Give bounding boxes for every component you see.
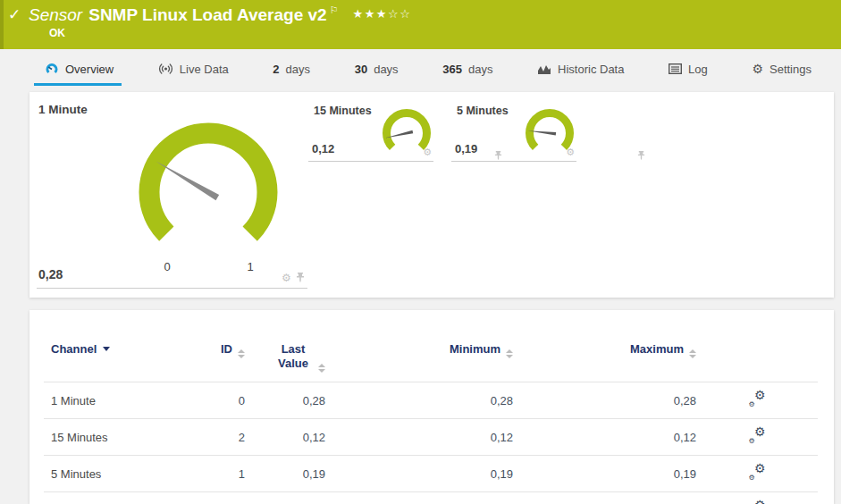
channel-id-cell: 2 bbox=[178, 419, 245, 456]
maximum-cell: 0,19 bbox=[513, 456, 696, 492]
channel-id-cell: 1 bbox=[178, 456, 245, 492]
channels-panel: Channel ID Last Value Minimum Maximum bbox=[29, 310, 834, 504]
gauge-title-15-minutes: 15 Minutes bbox=[314, 105, 372, 117]
gear-icon[interactable]: ⚙ bbox=[566, 147, 575, 157]
column-label: ID bbox=[221, 342, 232, 356]
maximum-cell bbox=[513, 492, 696, 504]
object-kind-label: Sensor bbox=[29, 5, 82, 24]
tab-number: 2 bbox=[273, 63, 279, 76]
last-value-cell: 0,19 bbox=[245, 456, 325, 492]
column-header-minimum[interactable]: Minimum bbox=[325, 337, 513, 382]
tab-settings[interactable]: ⚙ Settings bbox=[749, 49, 814, 88]
sensor-name: SNMP Linux Load Average v2 bbox=[88, 5, 326, 24]
minimum-cell: 0,12 bbox=[325, 419, 513, 456]
table-row: 5 Minutes 1 0,19 0,19 0,19 ⚙⚙ bbox=[44, 456, 818, 492]
gauge-value-1-minute: 0,28 bbox=[38, 267, 63, 281]
channels-table: Channel ID Last Value Minimum Maximum bbox=[44, 337, 818, 504]
column-header-actions bbox=[696, 337, 818, 382]
gauge-controls: ⚙ bbox=[566, 147, 575, 157]
last-value-cell: 0,28 bbox=[245, 382, 325, 419]
channel-name-cell: 15 Minutes bbox=[44, 419, 178, 456]
pin-icon[interactable] bbox=[296, 273, 305, 283]
gauge-divider bbox=[451, 161, 576, 162]
gauge-value-5-minutes: 0,19 bbox=[455, 142, 477, 155]
gear-icon[interactable]: ⚙ bbox=[423, 147, 432, 157]
gauge-title-1-minute: 1 Minute bbox=[38, 103, 88, 116]
tab-label: Overview bbox=[65, 63, 114, 76]
gear-icon[interactable]: ⚙ bbox=[282, 273, 291, 283]
gauge-controls: ⚙ bbox=[423, 147, 432, 157]
channel-id-cell: -4 bbox=[178, 492, 245, 504]
column-label: Channel bbox=[51, 342, 97, 356]
tab-2-days[interactable]: 2 days bbox=[270, 49, 313, 88]
flag-icon[interactable]: ⚐ bbox=[330, 4, 339, 16]
gauge-scale-max: 1 bbox=[247, 260, 253, 273]
channel-id-cell: 0 bbox=[178, 382, 245, 419]
channel-settings-icon[interactable]: ⚙⚙ bbox=[749, 465, 766, 480]
sort-icon bbox=[318, 364, 325, 373]
gauge-value-15-minutes: 0,12 bbox=[312, 142, 334, 155]
table-row: 15 Minutes 2 0,12 0,12 0,12 ⚙⚙ bbox=[44, 419, 818, 456]
gauge-icon bbox=[45, 62, 59, 76]
tab-label: Live Data bbox=[180, 63, 229, 76]
sort-desc-icon bbox=[103, 347, 110, 351]
log-list-icon bbox=[669, 63, 682, 74]
channel-settings-icon[interactable]: ⚙⚙ bbox=[749, 428, 766, 443]
minimum-cell: 0,28 bbox=[325, 382, 513, 419]
tab-365-days[interactable]: 365 days bbox=[440, 49, 495, 88]
tab-live-data[interactable]: Live Data bbox=[156, 49, 231, 88]
column-label: Maximum bbox=[630, 342, 684, 356]
tab-number: 30 bbox=[355, 63, 367, 76]
tab-label: Settings bbox=[770, 63, 812, 76]
gauge-controls: ⚙ bbox=[282, 273, 305, 283]
tab-label: days bbox=[468, 63, 492, 76]
sort-icon bbox=[689, 349, 696, 358]
column-header-channel[interactable]: Channel bbox=[44, 337, 178, 382]
column-header-maximum[interactable]: Maximum bbox=[513, 337, 696, 382]
tab-label: Historic Data bbox=[558, 63, 624, 76]
tab-30-days[interactable]: 30 days bbox=[352, 49, 401, 88]
chart-icon bbox=[537, 63, 551, 75]
sensor-status-badge: OK bbox=[49, 27, 65, 39]
column-label: Last Value bbox=[273, 342, 313, 372]
tab-log[interactable]: Log bbox=[666, 49, 711, 88]
prtg-sensor-page: ✓ SensorSNMP Linux Load Average v2⚐★★★☆☆… bbox=[0, 0, 841, 504]
column-header-last-value[interactable]: Last Value bbox=[245, 337, 325, 382]
channel-settings-icon[interactable]: ⚙⚙ bbox=[749, 391, 766, 407]
status-check-icon: ✓ bbox=[8, 5, 21, 23]
tab-label: days bbox=[286, 63, 310, 76]
last-value-cell bbox=[245, 492, 325, 504]
gauge-divider bbox=[308, 161, 433, 162]
gauge-1-minute: 0 1 bbox=[119, 110, 298, 275]
gauges-panel: 1 Minute 0 1 0,28 ⚙ 15 Minutes bbox=[29, 92, 834, 298]
maximum-cell: 0,12 bbox=[513, 419, 696, 456]
table-row: Downtime -4 ⚙⚙ bbox=[44, 492, 818, 504]
gauge-scale-min: 0 bbox=[164, 260, 170, 273]
sensor-header: ✓ SensorSNMP Linux Load Average v2⚐★★★☆☆… bbox=[0, 0, 841, 49]
gear-icon: ⚙ bbox=[752, 63, 763, 75]
maximum-cell: 0,28 bbox=[513, 382, 696, 419]
table-header-row: Channel ID Last Value Minimum Maximum bbox=[44, 337, 818, 382]
channel-name-cell: 1 Minute bbox=[44, 382, 178, 419]
pin-icon[interactable] bbox=[637, 151, 645, 161]
priority-stars[interactable]: ★★★☆☆ bbox=[353, 7, 412, 21]
column-header-id[interactable]: ID bbox=[178, 337, 245, 382]
table-row: 1 Minute 0 0,28 0,28 0,28 ⚙⚙ bbox=[44, 382, 818, 419]
tab-number: 365 bbox=[442, 63, 462, 76]
column-label: Minimum bbox=[450, 342, 500, 356]
tab-overview[interactable]: Overview bbox=[42, 49, 116, 88]
minimum-cell bbox=[325, 492, 513, 504]
tab-label: days bbox=[374, 63, 398, 76]
sort-icon bbox=[506, 349, 513, 358]
header-edge bbox=[0, 0, 4, 49]
tab-historic-data[interactable]: Historic Data bbox=[534, 49, 627, 88]
gauge-block-5-minutes: 5 Minutes 0,19 ⚙ bbox=[451, 103, 576, 162]
tab-bar: Overview Live Data 2 days 30 days 365 da… bbox=[0, 49, 841, 88]
gauge-block-15-minutes: 15 Minutes 0,12 ⚙ bbox=[308, 103, 433, 162]
last-value-cell: 0,12 bbox=[245, 419, 325, 456]
gauge-divider bbox=[37, 288, 307, 289]
channel-name-cell: Downtime bbox=[44, 492, 178, 504]
sort-icon bbox=[238, 349, 245, 358]
minimum-cell: 0,19 bbox=[325, 456, 513, 492]
channel-name-cell: 5 Minutes bbox=[44, 456, 178, 492]
